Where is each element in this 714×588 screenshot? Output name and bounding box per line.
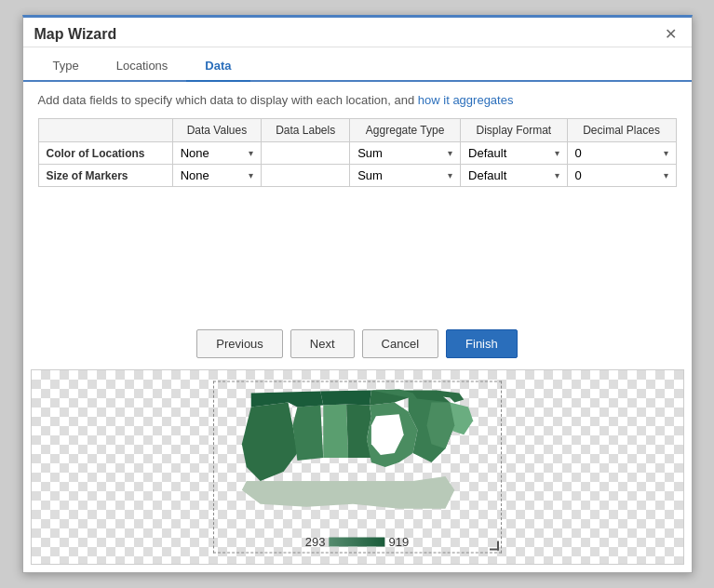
tab-locations[interactable]: Locations <box>98 51 187 82</box>
legend-bar <box>330 537 385 546</box>
size-data-labels-cell[interactable] <box>262 165 350 187</box>
color-decimal-places-cell[interactable]: 0 ▾ <box>567 142 676 165</box>
color-aggregate-type-cell[interactable]: Sum ▾ <box>350 142 461 165</box>
col-header-aggregate-type: Aggregate Type <box>350 119 461 142</box>
col-header-data-values: Data Values <box>172 119 262 142</box>
color-aggregate-arrow: ▾ <box>448 148 452 158</box>
legend-max: 919 <box>389 535 410 549</box>
province-bc <box>241 402 297 480</box>
province-ab <box>292 405 323 461</box>
legend-min: 293 <box>305 535 326 549</box>
resize-handle[interactable] <box>490 541 499 551</box>
color-display-format-arrow: ▾ <box>555 148 559 158</box>
map-inner-container: 293 919 <box>213 381 502 554</box>
size-data-values-cell[interactable]: None ▾ <box>172 165 262 187</box>
color-data-values-cell[interactable]: None ▾ <box>172 142 262 165</box>
size-decimal-places-cell[interactable]: 0 ▾ <box>567 165 676 187</box>
size-display-format-arrow: ▾ <box>555 170 559 180</box>
col-header-decimal-places: Decimal Places <box>567 119 676 142</box>
labrador <box>426 402 454 448</box>
color-decimal-arrow: ▾ <box>664 148 668 158</box>
finish-button[interactable]: Finish <box>446 329 518 358</box>
tab-data[interactable]: Data <box>186 51 249 82</box>
province-sk <box>323 404 348 458</box>
province-mb <box>346 404 371 458</box>
table-row: Color of Locations None ▾ Sum ▾ <box>38 142 676 165</box>
map-legend: 293 919 <box>305 535 409 549</box>
color-display-format-cell[interactable]: Default ▾ <box>461 142 567 165</box>
size-aggregate-arrow: ▾ <box>448 170 452 180</box>
size-aggregate-type-cell[interactable]: Sum ▾ <box>350 165 461 187</box>
col-header-display-format: Display Format <box>461 119 567 142</box>
size-decimal-arrow: ▾ <box>664 170 668 180</box>
row-size-label: Size of Markers <box>38 165 172 187</box>
size-display-format-cell[interactable]: Default ▾ <box>461 165 567 187</box>
map-svg <box>214 382 501 553</box>
map-wizard-dialog: Map Wizard ✕ Type Locations Data Add dat… <box>22 15 693 573</box>
col-header-data-labels: Data Labels <box>262 119 350 142</box>
table-row: Size of Markers None ▾ Sum ▾ <box>38 165 676 187</box>
close-button[interactable]: ✕ <box>661 25 680 43</box>
dialog-header: Map Wizard ✕ <box>23 18 692 47</box>
next-button[interactable]: Next <box>290 329 355 358</box>
us-states <box>241 476 454 509</box>
size-data-values-arrow: ▾ <box>249 170 253 180</box>
map-preview: 293 919 <box>31 369 684 565</box>
color-data-labels-cell[interactable] <box>262 142 350 165</box>
tab-bar: Type Locations Data <box>23 51 692 82</box>
dialog-title: Map Wizard <box>34 26 117 43</box>
col-header-row-label <box>38 119 172 142</box>
data-fields-table: Data Values Data Labels Aggregate Type D… <box>38 118 677 187</box>
tab-type[interactable]: Type <box>34 51 98 82</box>
row-color-label: Color of Locations <box>38 142 172 165</box>
color-data-values-arrow: ▾ <box>249 148 253 158</box>
cancel-button[interactable]: Cancel <box>362 329 438 358</box>
description-text: Add data fields to specify which data to… <box>38 93 677 107</box>
previous-button[interactable]: Previous <box>196 329 283 358</box>
button-row: Previous Next Cancel Finish <box>23 318 692 369</box>
territory-north2 <box>320 391 371 406</box>
content-area: Add data fields to specify which data to… <box>23 82 692 259</box>
